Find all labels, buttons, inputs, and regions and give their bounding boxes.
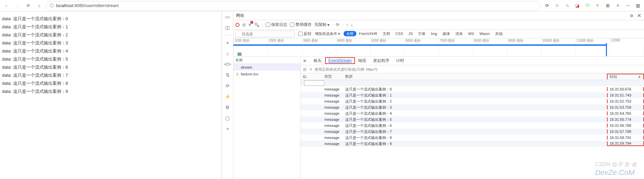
inspector-icon[interactable]: ⌖ — [224, 39, 231, 46]
detail-tab-标头[interactable]: 标头 — [310, 57, 325, 64]
overflow-icon[interactable]: ▥ — [635, 2, 641, 9]
id-filter-input[interactable] — [304, 80, 324, 86]
device-toggle-icon[interactable]: ▭ — [224, 13, 231, 20]
eventstream-row[interactable]: message这只是一个流式输出案例：316:31:53.759 — [301, 104, 644, 110]
dock-icon[interactable]: ◫ — [224, 24, 231, 31]
close-detail-button[interactable]: ✕ — [303, 58, 307, 64]
network-filter-row: 反转 增加筛选条件 ▾ 全部Fetch/XHR文档CSSJS字体Img媒体清单W… — [233, 30, 644, 38]
elements-icon[interactable]: ⌂ — [224, 50, 231, 57]
back-button[interactable]: ← — [3, 2, 11, 10]
filter-input[interactable] — [235, 31, 295, 37]
request-item[interactable]: stream — [233, 64, 300, 71]
wifi-throttle-icon[interactable]: ⟳ — [336, 22, 340, 27]
eventstream-filter-row: ⊘ ≡ — [301, 65, 644, 73]
upload-icon[interactable]: ↑ — [346, 22, 348, 27]
download-icon[interactable]: ↓ — [351, 22, 353, 27]
file-icon: 🗎 — [235, 72, 239, 76]
filter-type-全部[interactable]: 全部 — [344, 31, 356, 36]
cell-data: 这只是一个流式输出案例：6 — [345, 123, 607, 128]
favorite-icon[interactable]: ☆ — [554, 2, 560, 9]
filter-type-Wasm[interactable]: Wasm — [477, 31, 492, 36]
filter-type-媒体[interactable]: 媒体 — [440, 31, 453, 36]
filter-type-WS[interactable]: WS — [465, 31, 477, 36]
detail-tab-计时[interactable]: 计时 — [393, 57, 408, 64]
more-icon[interactable]: ⋯ — [624, 2, 631, 9]
gear-icon[interactable]: ⚙ — [630, 13, 634, 18]
filter-type-Fetch/XHR[interactable]: Fetch/XHR — [356, 31, 380, 36]
disable-cache-checkbox[interactable]: 禁用缓存 — [290, 22, 312, 28]
sources-icon[interactable]: </> — [224, 61, 231, 68]
filter-type-JS[interactable]: JS — [406, 31, 415, 36]
filter-type-CSS[interactable]: CSS — [393, 31, 406, 36]
puzzle-icon[interactable]: ⊞ — [604, 2, 611, 9]
filter-type-其他[interactable]: 其他 — [492, 31, 505, 36]
invert-checkbox[interactable]: 反转 — [298, 31, 312, 37]
eventstream-row[interactable]: message这只是一个流式输出案例：816:31:58.791 — [301, 135, 644, 141]
filter-type-清单[interactable]: 清单 — [453, 31, 465, 36]
eventstream-input-row — [301, 80, 644, 86]
timeline-tick: 11000 毫秒 — [576, 38, 610, 43]
eventstream-row[interactable]: message这只是一个流式输出案例：416:31:54.765 — [301, 110, 644, 116]
shield-icon[interactable]: 🛡 — [584, 2, 591, 9]
network-icon[interactable]: ⇅ — [224, 72, 231, 78]
request-item[interactable]: 🗎favicon.ico — [233, 71, 300, 77]
eventstream-row[interactable]: message这只是一个流式输出案例：716:31:57.789 — [301, 129, 644, 135]
cell-time: 16:31:50.676 — [607, 87, 644, 91]
forward-button[interactable]: → — [13, 2, 22, 10]
address-bar[interactable]: ⓘ localhost:8080/sse/mitter/stream — [46, 1, 541, 10]
cell-type: message — [324, 130, 345, 134]
cell-time: 16:31:58.791 — [607, 136, 644, 140]
settings-icon[interactable]: ⚙ — [224, 104, 231, 111]
preserve-log-checkbox[interactable]: 保留日志 — [266, 22, 287, 28]
detail-tabs: ✕ 标头EventStream响应发起程序计时 — [301, 57, 644, 65]
home-button[interactable]: ⌂ — [35, 2, 43, 10]
filter-toggle-button[interactable]: ≡• — [249, 22, 251, 27]
ext-orange-icon[interactable]: ⚘ — [594, 2, 601, 9]
close-devtools-button[interactable]: ✕ — [637, 12, 641, 19]
timeline-tick: 9000 毫秒 — [507, 38, 542, 43]
timeline-tick: 5000 毫秒 — [370, 38, 405, 43]
timeline-segment — [237, 52, 242, 56]
col-time[interactable]: 时间▲ — [607, 74, 644, 79]
filter-input-wrap — [235, 31, 295, 37]
add-condition[interactable]: 增加筛选条件 ▾ — [315, 31, 340, 36]
sync-icon[interactable]: ⟳ — [544, 2, 550, 9]
ext-red-icon[interactable]: ◪ — [574, 2, 581, 9]
add-panel-icon[interactable]: ＋ — [224, 126, 231, 132]
expand-icon[interactable]: ⤡ — [564, 2, 571, 9]
wifi-icon[interactable]: ⟳ — [224, 82, 231, 89]
detail-tab-EventStream[interactable]: EventStream — [325, 57, 355, 64]
search-button[interactable]: 🔍 — [254, 22, 259, 27]
eventstream-row[interactable]: message这只是一个流式输出案例：616:31:56.780 — [301, 122, 644, 129]
cell-type: message — [324, 93, 345, 97]
eventstream-row[interactable]: message这只是一个流式输出案例：116:31:51.743 — [301, 92, 644, 98]
col-id[interactable]: ID — [301, 75, 324, 79]
clear-button[interactable]: ⊘ — [242, 22, 246, 27]
timeline-tick: 2000 毫秒 — [268, 38, 302, 43]
filter-type-文档[interactable]: 文档 — [380, 31, 393, 36]
cell-time: 16:31:56.780 — [607, 123, 644, 128]
throttling-select[interactable]: 无限制 ▾ — [314, 22, 329, 28]
app-icon[interactable]: ▢ — [224, 115, 231, 121]
col-type[interactable]: 类型 — [324, 74, 345, 79]
block-icon[interactable]: ⊘ — [303, 67, 307, 72]
eventstream-row[interactable]: message这只是一个流式输出案例：216:31:52.753 — [301, 98, 644, 104]
lighthouse-icon[interactable]: ⚡ — [224, 93, 231, 100]
refresh-button[interactable]: ⟳ — [24, 2, 32, 10]
network-timeline[interactable]: 1000 毫秒2000 毫秒3000 毫秒4000 毫秒5000 毫秒6000 … — [233, 38, 644, 57]
filter-type-字体[interactable]: 字体 — [415, 31, 428, 36]
timeline-handle[interactable] — [606, 43, 607, 57]
eventstream-row[interactable]: message这只是一个流式输出案例：016:31:50.676 — [301, 86, 644, 92]
filter-type-Img[interactable]: Img — [428, 31, 440, 36]
detail-tab-发起程序[interactable]: 发起程序 — [370, 57, 393, 64]
eventstream-filter-input[interactable] — [315, 66, 642, 72]
eventstream-row[interactable]: message这只是一个流式输出案例：516:31:55.774 — [301, 116, 644, 122]
timeline-bar — [233, 44, 607, 46]
col-data[interactable]: 数据 — [345, 74, 607, 79]
detail-tab-响应[interactable]: 响应 — [355, 57, 370, 64]
eventstream-row[interactable]: message这只是一个流式输出案例：916:31:59.794 — [301, 141, 644, 147]
timeline-tick: 4000 毫秒 — [336, 38, 371, 43]
record-button[interactable] — [235, 23, 239, 27]
panel-title: 网络 — [236, 13, 244, 19]
collection-icon[interactable]: ✧ — [614, 2, 621, 9]
